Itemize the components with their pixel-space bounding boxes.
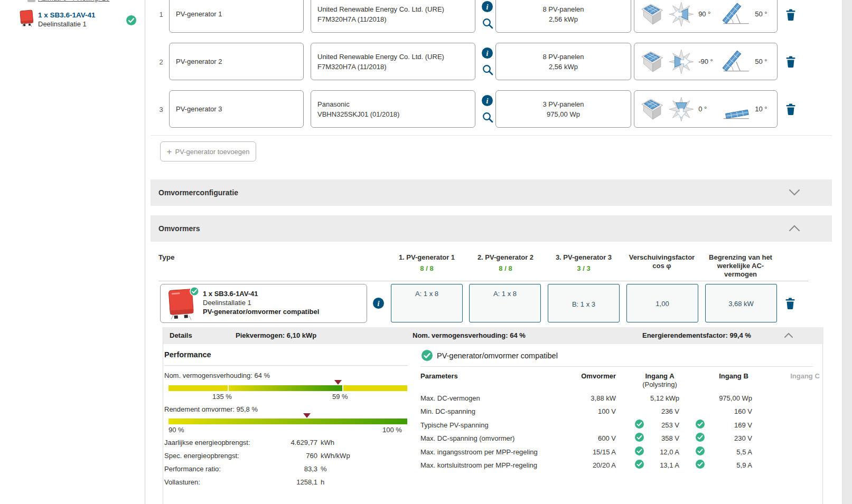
delete-icon[interactable] [785,9,796,21]
panel-capacity: 975,00 Wp [496,109,631,119]
ac-limit-input[interactable]: 3,68 kW [705,284,777,322]
orientation-box[interactable]: 90 ° 50 ° [634,0,778,33]
chevron-up-icon[interactable] [784,332,793,338]
inverter-name: 1 x SB3.6-1AV-41 [203,289,319,298]
info-icon[interactable]: i [373,298,384,309]
module-name: F7M320H7A (11/2018) [317,14,475,24]
sidebar-item-inverter[interactable]: 1 x SB3.6-1AV-41 [38,11,96,19]
power-ratio-marker [334,380,342,385]
tilt-value: 10 ° [755,105,772,113]
module-select[interactable]: United Renewable Energy Co. Ltd. (URE) F… [311,43,475,80]
generator-name-input[interactable] [169,90,304,128]
column-header-ac-limit: Begrenzing van het werkelijke AC-vermoge… [701,253,780,279]
search-icon[interactable] [482,112,493,123]
details-toggle-bar[interactable]: Details Piekvermogen: 6,10 kWp Nom. verm… [163,327,823,344]
generator-2-count: 8 / 8 [466,264,545,273]
column-header-type: Type [158,253,175,261]
check-circle-icon [696,446,705,455]
search-icon[interactable] [482,18,493,29]
section-title: Omvormerconfiguratie [158,188,238,197]
sidebar-item-orientation[interactable]: Azimut: 0 ° / Helling: 10 [38,0,109,2]
section-inverters[interactable]: Omvormers [151,215,832,242]
chevron-down-icon[interactable] [789,189,800,196]
cos-phi-input[interactable]: 1,00 [626,284,698,322]
check-circle-icon [635,446,644,455]
module-manufacturer: Panasonic [317,99,475,109]
panel-count: 8 PV-panelen [496,52,631,62]
azimuth-value: 90 ° [698,10,717,18]
module-select[interactable]: United Renewable Energy Co. Ltd. (URE) F… [311,0,475,33]
delete-icon[interactable] [785,56,796,68]
inverter-efficiency-marker [303,413,311,418]
info-icon[interactable]: i [482,95,493,106]
azimuth-icon [668,49,695,75]
chevron-up-icon[interactable] [789,225,800,232]
power-ratio-scale [168,385,407,391]
inverter-subtitle: Deelinstallatie 1 [203,298,319,307]
svg-text:i: i [486,3,489,11]
azimuth-value: -90 ° [698,58,717,65]
column-header-generator-1: 1. PV-generator 1 8 / 8 [387,253,466,273]
inverter-efficiency-label: Rendement omvormer: 95,8 % [164,405,258,413]
energy-factor-summary: Energierendementsfactor: 99,4 % [642,331,751,339]
input-assignment-generator-1[interactable]: A: 1 x 8 [391,284,463,322]
column-header-input-a-sub: (Polystring) [633,381,686,388]
vertical-scrollbar[interactable] [842,0,852,504]
orientation-box[interactable]: -90 ° 50 ° [634,43,778,80]
search-icon[interactable] [482,64,493,75]
input-assignment-generator-3[interactable]: B: 1 x 3 [548,284,620,322]
check-circle-icon [696,460,705,469]
power-ratio-label: Nom. vermogensverhouding: 64 % [164,372,270,379]
panel-count-box[interactable]: 8 PV-panelen 2,56 kWp [495,43,631,80]
column-header-input-a: Ingang A [633,372,686,380]
section-title: Omvormers [158,224,200,233]
add-pv-generator-button[interactable]: + PV-generator toevoegen [160,141,256,161]
column-header-parameters: Parameters [420,372,458,380]
tilt-value: 50 ° [755,10,772,18]
section-inverter-configuration[interactable]: Omvormerconfiguratie [151,179,832,206]
generator-name-input[interactable] [169,43,304,80]
delete-icon[interactable] [785,103,796,116]
add-pv-generator-label: PV-generator toevoegen [175,148,250,156]
module-select[interactable]: Panasonic VBHN325SKJ01 (01/2018) [311,90,475,128]
stat-unit: h [321,478,324,486]
panel-count: 3 PV-panelen [496,99,631,109]
check-circle-icon [635,420,644,429]
check-circle-icon [635,460,644,469]
stat-unit: % [321,465,327,473]
tilt-icon [722,97,751,121]
inverter-thumbnail-icon [19,9,35,27]
orientation-box[interactable]: 0 ° 10 ° [634,90,778,128]
delete-icon[interactable] [785,298,795,310]
stat-value: 4.629,77 [242,439,317,446]
column-header-inverter: Omvormer [533,372,616,380]
panel-count-box[interactable]: 8 PV-panelen 2,56 kWp [495,0,631,33]
azimuth-icon [668,96,695,122]
plus-icon: + [167,147,172,156]
column-header-generator-3: 3. PV-generator 3 3 / 3 [544,253,623,273]
row-index: 2 [157,58,165,66]
row-index: 1 [157,11,165,18]
stat-label: Vollasturen: [164,478,200,486]
generator-name-input[interactable] [169,0,304,33]
divider [164,365,408,366]
details-label: Details [170,331,192,339]
info-icon[interactable]: i [482,47,493,59]
column-header-input-b: Ingang B [707,372,760,380]
inverter-compatibility-status: PV-generator/omvormer compatibel [203,307,319,316]
row-index: 3 [157,106,165,113]
column-header-input-c: Ingang C [784,372,826,380]
info-icon[interactable]: i [482,1,493,12]
stat-value: 83,3 [242,465,317,473]
sidebar: Azimut: 0 ° / Helling: 10 1 x SB3.6-1AV-… [0,0,145,504]
house-icon [640,98,664,120]
inverter-type-box[interactable]: 1 x SB3.6-1AV-41 Deelinstallatie 1 PV-ge… [160,284,367,323]
generator-1-count: 8 / 8 [387,264,466,273]
check-circle-icon [696,420,705,429]
tilt-value: 50 ° [755,58,772,65]
divider [158,281,808,281]
stat-value: 760 [242,452,317,460]
panel-count-box[interactable]: 3 PV-panelen 975,00 Wp [495,90,631,128]
tilt-icon [722,50,751,74]
input-assignment-generator-2[interactable]: A: 1 x 8 [469,284,541,322]
